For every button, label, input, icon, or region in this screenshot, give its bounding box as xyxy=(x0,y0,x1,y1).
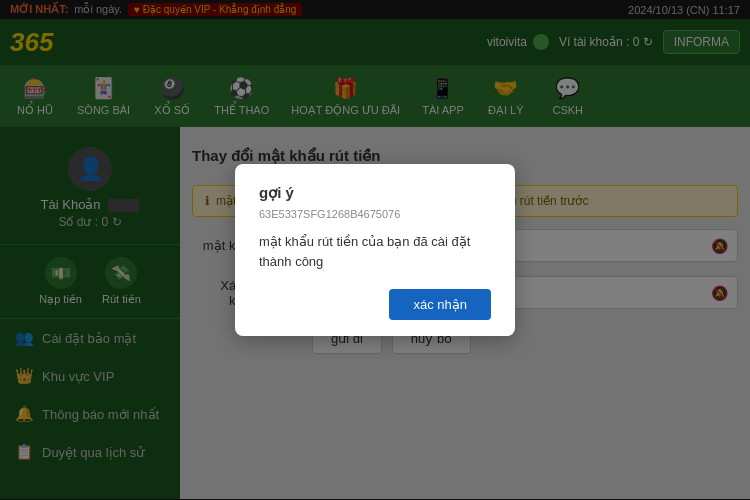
modal-message: mật khẩu rút tiền của bạn đã cài đặt thà… xyxy=(259,232,491,271)
modal-title: gợi ý xyxy=(259,184,491,202)
modal-box: gợi ý 63E5337SFG1268B4675076 mật khẩu rú… xyxy=(235,164,515,336)
modal-overlay: gợi ý 63E5337SFG1268B4675076 mật khẩu rú… xyxy=(0,0,750,500)
modal-id: 63E5337SFG1268B4675076 xyxy=(259,208,491,220)
modal-actions: xác nhận xyxy=(259,289,491,320)
modal-confirm-button[interactable]: xác nhận xyxy=(389,289,491,320)
